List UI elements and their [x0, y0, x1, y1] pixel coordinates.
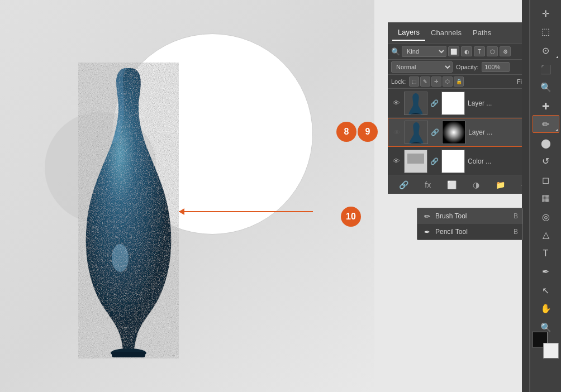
filter-kind-select[interactable]: Kind — [402, 46, 446, 57]
gradient-tool-button[interactable]: ▦ — [533, 189, 559, 207]
history-tool-button[interactable]: ↺ — [533, 152, 559, 170]
vertical-ruler — [522, 0, 530, 392]
dodge-tools: ◎ △ — [533, 208, 559, 243]
pencil-icon: ✒ — [422, 227, 432, 237]
lock-artboard-icon[interactable]: ⬡ — [443, 77, 453, 87]
link-icon[interactable]: 🔗 — [399, 180, 408, 189]
pen-tools: T ✒ — [533, 245, 559, 280]
crop-tools: ⬛ 🔍 — [533, 60, 559, 96]
pencil-tool-label: Pencil Tool — [435, 228, 510, 236]
dodge-tool-button[interactable]: △ — [533, 226, 559, 243]
lock-brush-icon[interactable]: ✎ — [420, 77, 430, 87]
tab-paths[interactable]: Paths — [467, 25, 497, 40]
pen-tool-button[interactable]: ✒ — [533, 262, 559, 280]
blur-tool-button[interactable]: ◎ — [533, 208, 559, 226]
svg-rect-5 — [443, 121, 465, 144]
adjustment-icon[interactable]: ◑ — [473, 180, 479, 189]
step-8-badge: 8 — [336, 122, 356, 142]
canvas-area — [0, 0, 374, 392]
eye-icon-3[interactable]: 👁 — [391, 156, 401, 166]
lock-label: Lock: — [391, 78, 406, 85]
opacity-label: Opacity: — [456, 64, 478, 70]
crop-tool-button[interactable]: ⬛ — [533, 60, 559, 78]
vase-image — [78, 63, 179, 358]
filter-shape-icon[interactable]: ⬡ — [487, 46, 498, 56]
eyedropper-tool-button[interactable]: 🔍 — [533, 78, 559, 96]
chain-icon-2: 🔗 — [431, 128, 439, 136]
lasso-tool-button[interactable]: ⊙ — [533, 41, 559, 59]
brush-tool-popup: ✏ Brush Tool B ✒ Pencil Tool B — [417, 208, 523, 240]
lock-transparent-icon[interactable]: ⬚ — [409, 77, 419, 87]
brush-tool-button[interactable]: ✏ — [533, 115, 559, 133]
selection-tools: ↖ ✋ — [533, 281, 559, 317]
search-icon: 🔍 — [391, 47, 400, 56]
layer-mask-2 — [442, 121, 465, 144]
stamp-tool-button[interactable]: ⬤ — [533, 134, 559, 152]
eraser-tool-button[interactable]: ◻ — [533, 171, 559, 189]
brush-icon: ✏ — [422, 211, 432, 221]
layer-thumb-2 — [405, 121, 428, 144]
tab-channels[interactable]: Channels — [425, 25, 467, 40]
layer-mask-3 — [441, 150, 465, 173]
lock-icons: ⬚ ✎ ✛ ⬡ 🔒 — [409, 77, 464, 87]
fx-icon[interactable]: fx — [425, 180, 431, 189]
opacity-input[interactable] — [482, 62, 510, 72]
pencil-tool-key: B — [514, 228, 518, 236]
filter-adjust-icon[interactable]: ◐ — [461, 46, 472, 56]
blend-mode-select[interactable]: Normal Multiply Screen — [391, 61, 453, 73]
layer-thumb-1 — [404, 92, 427, 115]
layer-thumb-3 — [404, 150, 427, 173]
background-swatch[interactable] — [543, 343, 559, 358]
path-select-button[interactable]: ↖ — [533, 281, 559, 299]
move-tools: ✛ ⬚ — [533, 4, 559, 40]
pencil-tool-option[interactable]: ✒ Pencil Tool B — [417, 224, 522, 240]
gradient-tools: ◻ ▦ — [533, 171, 559, 207]
type-tool-button[interactable]: T — [533, 245, 559, 262]
svg-rect-2 — [112, 352, 145, 357]
tab-layers[interactable]: Layers — [392, 25, 425, 41]
eye-icon-2[interactable]: 👁 — [392, 127, 402, 137]
lasso-tools: ⊙ — [533, 41, 559, 59]
select-tool-button[interactable]: ⬚ — [533, 22, 559, 40]
filter-pixel-icon[interactable]: ⬜ — [448, 46, 459, 56]
heal-tools: ✚ ✏ — [533, 97, 559, 133]
brush-tool-key: B — [514, 212, 518, 220]
color-swatches — [532, 332, 559, 358]
brush-tool-label: Brush Tool — [435, 212, 510, 220]
filter-type-icon[interactable]: T — [474, 46, 485, 56]
mask-icon[interactable]: ⬜ — [447, 180, 457, 189]
filter-smart-icon[interactable]: ⚙ — [500, 46, 511, 56]
toolbox: ✛ ⬚ ⊙ ⬛ 🔍 ✚ ✏ ⬤ ↺ ◻ ▦ ◎ △ T ✒ ↖ ✋ 🔍 ••• — [530, 0, 561, 392]
step-9-badge: 9 — [358, 122, 378, 142]
heal-tool-button[interactable]: ✚ — [533, 97, 559, 115]
chain-icon-3: 🔗 — [430, 157, 439, 165]
lock-position-icon[interactable]: ✛ — [431, 77, 441, 87]
folder-icon[interactable]: 📁 — [496, 180, 505, 189]
move-tool-button[interactable]: ✛ — [533, 4, 559, 22]
eye-icon-1[interactable]: 👁 — [391, 98, 401, 108]
stamp-tools: ⬤ ↺ — [533, 134, 559, 170]
arrow — [179, 211, 313, 212]
brush-tool-option[interactable]: ✏ Brush Tool B — [417, 208, 522, 224]
lock-all-icon[interactable]: 🔒 — [454, 77, 464, 87]
svg-point-0 — [112, 244, 129, 272]
chain-icon-1: 🔗 — [430, 99, 439, 107]
arrow-line — [179, 211, 313, 212]
layer-mask-1 — [441, 92, 465, 115]
step-10-badge: 10 — [341, 207, 361, 227]
hand-tool-button[interactable]: ✋ — [533, 299, 559, 317]
